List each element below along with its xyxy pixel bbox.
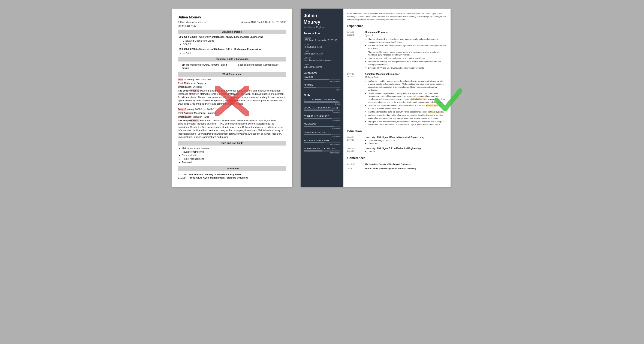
exp-entry-2: 2009-01 -2012-12 Assistant Mechanical En… <box>347 73 447 126</box>
skills-title: Skills <box>304 94 340 97</box>
edu-right1-bullet-2: GPA of 3.6 <box>368 142 424 145</box>
exp2-content: Assistant Mechanical Engineer Michigan P… <box>365 73 447 126</box>
exp1-bullet-1: Planned, designed, and developed tools, … <box>368 38 447 44</box>
edu1-detail-2: GPA 3,6 <box>183 43 286 46</box>
exp1-bullets: Planned, designed, and developed tools, … <box>365 38 447 70</box>
hard-skill-5: Teamwork <box>182 161 286 164</box>
email-block: E-mail julien.m@gmail.com <box>304 50 340 55</box>
resume-left: Julien Mourey E-Mail: julien.m@gmail.com… <box>172 9 292 187</box>
twitter-block: Twitter twitter.com/JulienM <box>304 63 340 68</box>
left-tel: Tel: 654-258-4689 <box>178 24 286 28</box>
conf2-name: Product Life-Cycle Management - Stanford… <box>365 167 416 170</box>
work1-org: Organization: Bystronic <box>178 85 286 89</box>
skill-pm-bar <box>304 118 340 119</box>
conferences-section-title: Conferences <box>347 156 447 161</box>
address-label: Address <box>304 37 340 39</box>
twitter-label: Twitter <box>304 63 340 66</box>
work2-org: Organization: Michigan Parks <box>178 115 286 119</box>
edu2-detail-1: GPA 3,5 <box>183 52 286 55</box>
skill-cad2: COMPUTER-AIDED DESIGN (CAD) Advanced <box>304 107 340 113</box>
lang-german-level: Basic <box>304 89 340 91</box>
exp2-bullet-1: Performed condition assessments of mecha… <box>368 80 447 92</box>
exp2-bullet-4: Maintained inspection data for use with … <box>368 110 447 113</box>
skill-rev: REVERSE ENGINEERING Intermediate <box>304 139 340 146</box>
skill-cad2-name: COMPUTER-AIDED DESIGN (CAD) <box>304 107 340 109</box>
exp2-bullet-6: Engaged in document research, investigat… <box>368 120 447 126</box>
education-section-title: Education <box>347 129 447 134</box>
exp-entry-1: 2013-02 -present Mechanical Engineer Bys… <box>347 31 447 70</box>
skill-teamwork-fill <box>304 126 334 127</box>
skill-comm-bar <box>304 134 340 135</box>
skill-maint-level: Intermediate <box>304 152 340 154</box>
exp1-title: Mechanical Engineer <box>365 31 447 34</box>
conf-1: 07.2016 - The American Society of Mechan… <box>178 173 286 176</box>
right-sidebar: Julien Mourey Mechanical Engineer Person… <box>300 9 344 187</box>
conf2-date: 2014-11 <box>347 167 362 170</box>
exp1-bullet-4: Established and reinforced maintenance a… <box>368 57 447 60</box>
work2-scope: The scope of work: Performed condition e… <box>178 119 286 139</box>
edu1-detail-1: Graduated Magna cum Laude <box>183 39 286 43</box>
edu-entry-1: 09.2006-06.2008 – University of Michigan… <box>178 35 286 46</box>
work-entry-1: Date of Joining: 2012-03 to now Post: Me… <box>178 78 286 106</box>
phone-block: Phone +1 (654) 259-46896 <box>304 43 340 48</box>
lang-spanish-bar <box>304 79 340 80</box>
skill-cad-fill <box>304 101 338 103</box>
section-conferences: Conferences <box>178 166 286 171</box>
skill-cad-level: Expert <box>304 103 340 105</box>
work-entry-2: Date of Joining: 2009-01 to 2012-12 Post… <box>178 108 286 139</box>
skill-rev-level: Intermediate <box>304 144 340 146</box>
hard-skills-list: Maintenance coordination Reverse enginee… <box>178 147 286 164</box>
skills-row: 3D cad modeling software, computer-aided… <box>178 63 286 70</box>
address-block: Address 1839 Pearl St, Nashville, TN 372… <box>304 37 340 42</box>
address-value: 1839 Pearl St, Nashville, TN 37203 <box>304 39 340 42</box>
skill-pm-fill <box>304 118 332 119</box>
right-title: Mechanical Engineer <box>304 26 340 29</box>
edu-entry-2: 09.2002-06.2006 – University of Michigan… <box>178 48 286 55</box>
edu-right2-bullets: GPA 3.5 <box>365 150 421 153</box>
exp2-company: Michigan Parks <box>365 76 447 79</box>
exp1-bullet-6: Developed CAN and LIN drivers and commun… <box>368 67 447 70</box>
edu-right2-bullet-1: GPA 3.5 <box>368 150 421 153</box>
edu-right1-dates: 2006-09 -2008-06 <box>347 136 362 145</box>
work1-date: Date of Joining: 2012-03 to now <box>178 78 286 81</box>
edu2-details: GPA 3,5 <box>179 52 286 55</box>
exp1-company: Bystronic <box>365 34 447 37</box>
edu2-dates: 09.2002-06.2006 <box>179 48 197 50</box>
work1-scope: The scope of work: Planned, designed, an… <box>178 89 286 106</box>
work2-date: Date of Joining: 2009-01 to 2012-12 <box>178 108 286 111</box>
skill-2: Spanish (intermediate), German (basic) <box>238 63 286 67</box>
left-address: Address: 1639 Pearl St Nashville, TN, 37… <box>242 21 286 24</box>
lang-german-bar <box>304 87 340 88</box>
phone-label: Phone <box>304 43 340 46</box>
lang-spanish-level: Intermediate <box>304 81 340 83</box>
lang-spanish-fill <box>304 79 329 80</box>
section-work: Work Experience <box>178 72 286 77</box>
hard-skill-3: Communication <box>182 154 286 157</box>
exp1-dates: 2013-02 -present <box>347 31 362 70</box>
skill-rev-name: REVERSE ENGINEERING <box>304 139 340 141</box>
exp2-dates: 2009-01 -2012-12 <box>347 73 362 126</box>
skill-teamwork-level: Advanced <box>304 127 340 129</box>
edu1-degree: University of Michigan, MEng. in Mechani… <box>199 36 263 38</box>
section-academic: Academic Details <box>178 30 286 34</box>
edu1-details: Graduated Magna cum Laude GPA 3,6 <box>179 39 286 46</box>
skill-rev-fill <box>304 142 324 143</box>
linkedin-label: LinkedIn <box>304 57 340 59</box>
edu2-degree: University of Michigan, B.E. in Mechanic… <box>199 48 261 50</box>
exp1-bullet-3: Planned workforce use, space requirement… <box>368 51 447 57</box>
edu-right-2: 2002-09 -2006-06 University of Michigan,… <box>347 147 447 153</box>
edu1-dates: 09.2006-06.2008 <box>179 36 197 38</box>
lang-german: GERMAN Basic <box>304 84 340 91</box>
lang-german-name: GERMAN <box>304 84 340 86</box>
resume-right: Julien Mourey Mechanical Engineer Person… <box>300 9 450 187</box>
skill-teamwork-name: TEAMWORK <box>304 123 340 125</box>
skill-pm: PROJECT MANAGEMENT Advanced <box>304 115 340 121</box>
email-value: julien.m@gmail.com <box>304 53 340 55</box>
conf1-name: The American Society of Mechanical Engin… <box>365 163 410 166</box>
experience-section-title: Experience <box>347 24 447 29</box>
right-summary: Experienced Mechanical Engineer with 5+ … <box>347 12 447 21</box>
exp2-bullet-2: Conducted field inspections to identify … <box>368 92 447 104</box>
section-skills: Technical Skills & Languages <box>178 57 286 61</box>
lang-german-fill <box>304 87 316 88</box>
skill-rev-bar <box>304 142 340 143</box>
